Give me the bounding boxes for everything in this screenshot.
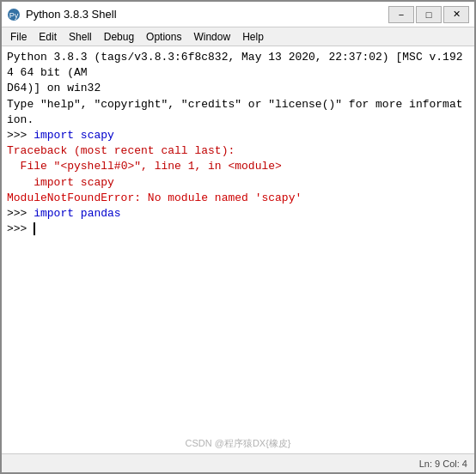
svg-text:Py: Py [9, 11, 19, 20]
shell-line-7: import scapy [7, 175, 469, 191]
status-text: Ln: 9 Col: 4 [419, 459, 467, 469]
shell-content[interactable]: Python 3.8.3 (tags/v3.8.3:6f8c832, May 1… [2, 46, 474, 453]
python-shell-window: Py Python 3.8.3 Shell − □ ✕ FileEditShel… [0, 0, 476, 474]
shell-line-4: >>> import scapy [7, 128, 469, 143]
shell-line-1: Python 3.8.3 (tags/v3.8.3:6f8c832, May 1… [7, 50, 469, 81]
menu-item-edit[interactable]: Edit [34, 29, 62, 45]
shell-line-2: D64)] on win32 [7, 81, 469, 96]
shell-line-5: Traceback (most recent call last): [7, 143, 469, 159]
window-title: Python 3.8.3 Shell [26, 8, 117, 21]
watermark: CSDN @程序猿DX{橡皮} [185, 437, 290, 450]
minimize-button[interactable]: − [388, 6, 414, 23]
cursor [34, 222, 42, 235]
menu-item-help[interactable]: Help [237, 29, 269, 45]
shell-line-8: ModuleNotFoundError: No module named 'sc… [7, 191, 469, 206]
menu-bar: FileEditShellDebugOptionsWindowHelp [2, 27, 474, 46]
maximize-button[interactable]: □ [416, 6, 442, 23]
status-bar: Ln: 9 Col: 4 [2, 453, 474, 472]
menu-item-shell[interactable]: Shell [64, 29, 97, 45]
error-message: ModuleNotFoundError: No module named 'sc… [7, 191, 302, 204]
cmd-2: import pandas [34, 207, 120, 220]
shell-line-3: Type "help", "copyright", "credits" or "… [7, 97, 469, 128]
title-bar: Py Python 3.8.3 Shell − □ ✕ [2, 2, 474, 27]
close-button[interactable]: ✕ [443, 6, 469, 23]
shell-line-9: >>> import pandas [7, 206, 469, 222]
cmd-1: import scapy [34, 129, 114, 142]
shell-line-6: File "<pyshell#0>", line 1, in <module> [7, 159, 469, 174]
python-icon: Py [7, 8, 21, 21]
menu-item-window[interactable]: Window [188, 29, 235, 45]
menu-item-options[interactable]: Options [141, 29, 186, 45]
title-bar-left: Py Python 3.8.3 Shell [7, 8, 117, 21]
shell-line-10[interactable]: >>> [7, 222, 469, 237]
menu-item-file[interactable]: File [5, 29, 32, 45]
title-bar-controls: − □ ✕ [388, 6, 469, 23]
menu-item-debug[interactable]: Debug [99, 29, 139, 45]
